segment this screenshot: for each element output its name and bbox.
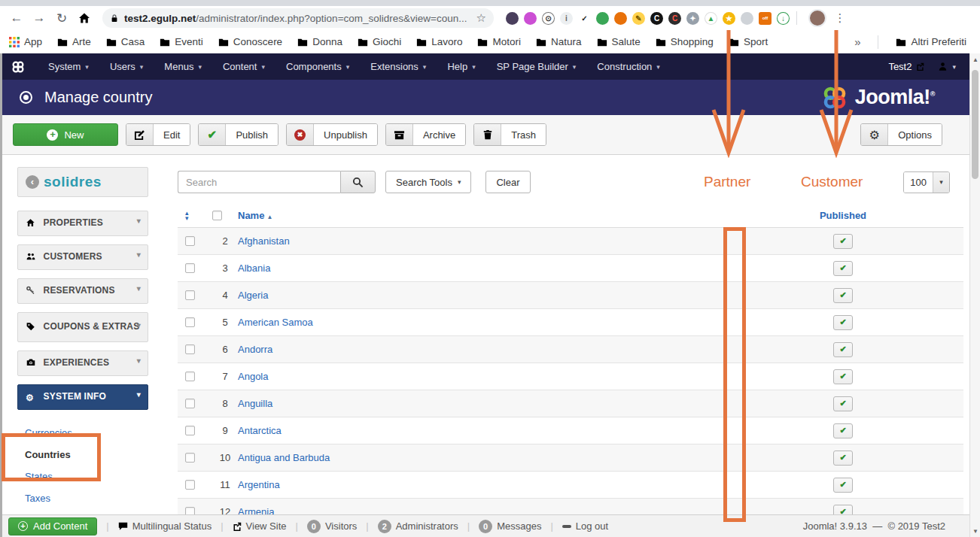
published-toggle-button[interactable]: ✔	[833, 261, 853, 276]
scrollbar-thumb[interactable]	[972, 70, 978, 179]
extension-icon[interactable]	[741, 12, 753, 25]
row-checkbox[interactable]	[185, 290, 195, 300]
select-all-checkbox[interactable]	[212, 211, 222, 220]
sidebar-panel-reservations[interactable]: RESERVATIONS ▾	[17, 278, 148, 304]
other-bookmarks[interactable]: Altri Preferiti	[896, 36, 966, 47]
published-toggle-button[interactable]: ✔	[833, 423, 853, 438]
extension-icon[interactable]: C	[668, 12, 681, 25]
admin-menu-item[interactable]: Components ▾	[275, 53, 360, 80]
sidebar-panel-coupons[interactable]: COUPONS & EXTRAS ▾	[17, 312, 148, 342]
list-limit-select[interactable]: 100 ▾	[903, 171, 950, 193]
published-toggle-button[interactable]: ✔	[833, 342, 853, 357]
admin-menu-item[interactable]: Users ▾	[99, 53, 154, 80]
bookmark-folder[interactable]: Conoscere	[218, 36, 282, 47]
scroll-up-icon[interactable]: ▲	[970, 53, 980, 65]
published-toggle-button[interactable]: ✔	[833, 234, 853, 249]
country-name-link[interactable]: Afghanistan	[238, 235, 723, 247]
extension-icon[interactable]: ✦	[686, 12, 699, 25]
address-bar[interactable]: test2.egulp.net/administrator/index.php?…	[102, 8, 494, 28]
preview-site-link[interactable]: Test2	[888, 61, 924, 72]
row-checkbox[interactable]	[185, 507, 195, 514]
sidebar-panel-customers[interactable]: CUSTOMERS ▾	[17, 244, 148, 270]
new-button[interactable]: + New	[13, 123, 118, 146]
sidebar-link[interactable]: Countries	[17, 444, 148, 466]
country-name-link[interactable]: Angola	[238, 371, 723, 382]
extension-icon[interactable]: ★	[723, 12, 735, 25]
reload-icon[interactable]: ↻	[53, 9, 71, 27]
column-header-name[interactable]: Name▲	[238, 210, 723, 221]
archive-button[interactable]: Archive	[385, 123, 466, 146]
country-name-link[interactable]: Armenia	[238, 506, 723, 514]
view-site-link[interactable]: View Site	[233, 520, 287, 532]
sidebar-link[interactable]: Currencies	[17, 422, 148, 444]
scroll-down-icon[interactable]: ▼	[970, 525, 980, 537]
browser-home-icon[interactable]	[75, 9, 93, 27]
user-menu[interactable]: ▾	[938, 62, 956, 71]
clear-button[interactable]: Clear	[485, 171, 530, 193]
admin-menu-item[interactable]: Content ▾	[212, 53, 275, 80]
bookmark-folder[interactable]: Lavoro	[416, 36, 462, 47]
bookmark-folder[interactable]: Donna	[297, 36, 342, 47]
extension-icon[interactable]	[524, 12, 537, 25]
extension-icon[interactable]: C	[650, 12, 663, 25]
bookmark-folder[interactable]: Shopping	[656, 36, 714, 47]
bookmark-folder[interactable]: Sport	[729, 36, 768, 47]
solidres-logo[interactable]: ‹ solidres	[17, 167, 148, 197]
browser-menu-icon[interactable]: ⋮	[831, 9, 849, 27]
joomla-menu-icon[interactable]	[11, 60, 26, 74]
bookmark-folder[interactable]: Motori	[477, 36, 521, 47]
admin-menu-item[interactable]: Extensions ▾	[360, 53, 437, 80]
extension-icon[interactable]	[614, 12, 627, 25]
extension-icon[interactable]: ✓	[578, 12, 591, 25]
apps-shortcut[interactable]: App	[9, 36, 42, 47]
admin-menu-item[interactable]: SP Page Builder ▾	[486, 53, 587, 80]
visitors-status[interactable]: 0 Visitors	[307, 520, 357, 533]
vertical-scrollbar[interactable]: ▲ ▼	[969, 53, 980, 537]
extension-icon[interactable]: i	[560, 12, 573, 25]
bookmarks-overflow-chevron[interactable]: »	[854, 35, 860, 48]
published-toggle-button[interactable]: ✔	[833, 396, 853, 411]
published-toggle-button[interactable]: ✔	[833, 315, 853, 330]
published-toggle-button[interactable]: ✔	[833, 288, 853, 303]
back-icon[interactable]: ←	[8, 9, 26, 27]
profile-avatar[interactable]	[808, 9, 826, 27]
sidebar-link[interactable]: Employees	[17, 509, 148, 514]
published-toggle-button[interactable]: ✔	[833, 369, 853, 384]
bookmark-folder[interactable]: Natura	[536, 36, 582, 47]
extension-icon[interactable]	[596, 12, 609, 25]
sidebar-link[interactable]: States	[17, 466, 148, 487]
row-checkbox[interactable]	[185, 263, 195, 273]
extension-icon[interactable]: ▲	[705, 12, 717, 25]
logout-link[interactable]: Log out	[562, 520, 608, 532]
published-toggle-button[interactable]: ✔	[833, 451, 853, 466]
forward-icon[interactable]: →	[30, 9, 48, 27]
sort-order-icon[interactable]: ▴▾	[178, 211, 212, 221]
bookmark-folder[interactable]: Eventi	[160, 36, 203, 47]
search-button[interactable]	[340, 171, 376, 193]
published-toggle-button[interactable]: ✔	[833, 505, 853, 515]
extension-icon[interactable]: ↓	[777, 12, 790, 25]
row-checkbox[interactable]	[185, 372, 195, 381]
search-tools-button[interactable]: Search Tools ▾	[385, 171, 471, 193]
admin-menu-item[interactable]: Construction ▾	[586, 53, 671, 80]
country-name-link[interactable]: Argentina	[238, 479, 723, 490]
options-button[interactable]: ⚙ Options	[860, 123, 942, 146]
trash-button[interactable]: Trash	[473, 123, 546, 146]
add-content-button[interactable]: + Add Content	[8, 517, 97, 535]
admin-menu-item[interactable]: System ▾	[38, 53, 99, 80]
extension-icon[interactable]	[506, 12, 519, 25]
admin-menu-item[interactable]: Help ▾	[437, 53, 485, 80]
bookmark-folder[interactable]: Casa	[106, 36, 145, 47]
country-name-link[interactable]: American Samoa	[238, 317, 723, 328]
country-name-link[interactable]: Andorra	[238, 344, 723, 355]
row-checkbox[interactable]	[185, 344, 195, 354]
administrators-status[interactable]: 2 Administrators	[378, 520, 458, 533]
multilingual-status-link[interactable]: Multilingual Status	[118, 520, 212, 532]
bookmark-folder[interactable]: Salute	[597, 36, 641, 47]
sidebar-link[interactable]: Taxes	[17, 487, 148, 509]
country-name-link[interactable]: Antarctica	[238, 425, 723, 436]
row-checkbox[interactable]	[185, 236, 195, 246]
country-name-link[interactable]: Algeria	[238, 290, 723, 301]
row-checkbox[interactable]	[185, 317, 195, 327]
unpublish-button[interactable]: ✖ Unpublish	[286, 123, 378, 146]
